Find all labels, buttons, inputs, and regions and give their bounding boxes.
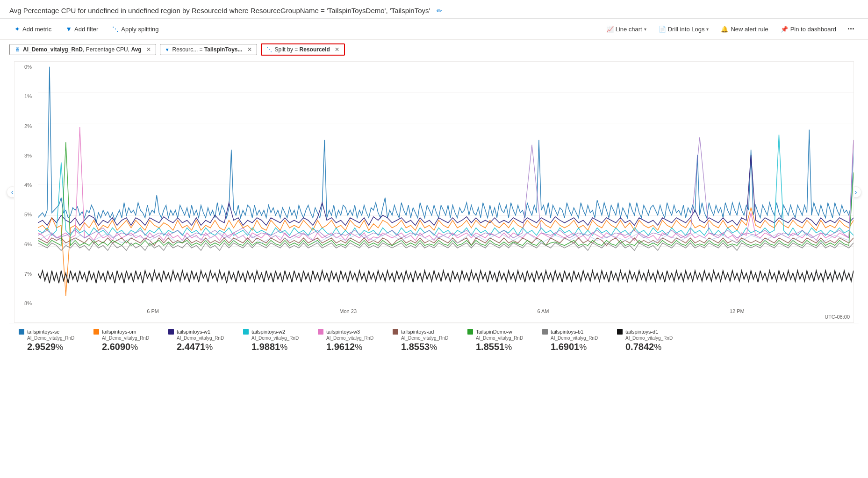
- legend-label-ad: tailspintoys-ad: [393, 329, 458, 335]
- utc-label: UTC-08:00: [825, 314, 850, 320]
- legend-value-sc: 2.9529%: [19, 342, 84, 352]
- legend-name-sc: tailspintoys-sc: [27, 329, 59, 335]
- legend-name-om: tailspintoys-om: [102, 329, 136, 335]
- y-label-7: 7%: [14, 271, 36, 277]
- apply-splitting-label: Apply splitting: [121, 26, 158, 33]
- split-tag-icon: ⋱: [266, 46, 272, 53]
- line-chart-icon: 📈: [606, 26, 614, 33]
- edit-icon[interactable]: ✏: [437, 7, 442, 14]
- legend-value-w3: 1.9612%: [318, 342, 383, 352]
- legend-label-om: tailspintoys-om: [93, 329, 159, 335]
- line-chart-label: Line chart: [616, 26, 642, 33]
- x-label-12pm: 12 PM: [730, 308, 745, 314]
- new-alert-label: New alert rule: [731, 26, 768, 33]
- legend-item-om: tailspintoys-om AI_Demo_vitalyg_RnD 2.60…: [93, 329, 159, 352]
- legend-value-w1: 2.4471%: [168, 342, 234, 352]
- x-label-mon23: Mon 23: [339, 308, 357, 314]
- legend-label-tw: TailspinDemo-w: [467, 329, 533, 335]
- legend-color-tw: [467, 329, 473, 335]
- metric-tag: 🖥 AI_Demo_vitalyg_RnD, Percentage CPU, A…: [9, 44, 156, 55]
- legend-item-ad: tailspintoys-ad AI_Demo_vitalyg_RnD 1.85…: [393, 329, 458, 352]
- legend-color-w2: [243, 329, 249, 335]
- chart-wrapper: ‹ › 8% 7% 6% 5% 4% 3% 2% 1% 0%: [14, 61, 854, 323]
- legend-color-om: [93, 329, 99, 335]
- add-filter-button[interactable]: ▼ Add filter: [60, 22, 103, 36]
- chart-inner: [38, 62, 854, 308]
- legend-color-sc: [19, 329, 24, 335]
- split-tag-text: Split by = ResourceId: [275, 46, 330, 53]
- legend-sub-w2: AI_Demo_vitalyg_RnD: [243, 335, 308, 341]
- x-label-6pm: 6 PM: [147, 308, 159, 314]
- pin-icon: 📌: [781, 26, 788, 33]
- y-label-6: 6%: [14, 242, 36, 247]
- legend-sub-b1: AI_Demo_vitalyg_RnD: [542, 335, 608, 341]
- legend-name-ad: tailspintoys-ad: [401, 329, 434, 335]
- legend-sub-ad: AI_Demo_vitalyg_RnD: [393, 335, 458, 341]
- legend-item-d1: tailspintoys-d1 AI_Demo_vitalyg_RnD 0.78…: [617, 329, 682, 352]
- legend-item-w2: tailspintoys-w2 AI_Demo_vitalyg_RnD 1.98…: [243, 329, 308, 352]
- x-label-6am: 6 AM: [537, 308, 549, 314]
- legend-label-b1: tailspintoys-b1: [542, 329, 608, 335]
- drill-logs-arrow: ▾: [706, 27, 709, 32]
- legend-label-w1: tailspintoys-w1: [168, 329, 234, 335]
- legend-name-w3: tailspintoys-w3: [326, 329, 360, 335]
- legend-color-b1: [542, 329, 548, 335]
- legend-name-d1: tailspintoys-d1: [625, 329, 658, 335]
- legend-value-b1: 1.6901%: [542, 342, 608, 352]
- metric-tag-close[interactable]: ✕: [146, 46, 151, 53]
- pin-dashboard-button[interactable]: 📌 Pin to dashboard: [775, 23, 841, 36]
- legend-name-w1: tailspintoys-w1: [177, 329, 210, 335]
- alert-icon: 🔔: [721, 26, 728, 33]
- legend-value-d1: 0.7842%: [617, 342, 682, 352]
- y-label-4: 4%: [14, 182, 36, 188]
- y-label-5: 5%: [14, 212, 36, 217]
- line-chart-button[interactable]: 📈 Line chart ▾: [601, 23, 652, 36]
- add-filter-label: Add filter: [74, 26, 98, 33]
- pin-dashboard-label: Pin to dashboard: [790, 26, 836, 33]
- drill-logs-icon: 📄: [659, 26, 666, 33]
- legend-value-tw: 1.8551%: [467, 342, 533, 352]
- y-label-2: 2%: [14, 123, 36, 129]
- legend-name-w2: tailspintoys-w2: [251, 329, 285, 335]
- legend-name-b1: tailspintoys-b1: [551, 329, 583, 335]
- legend-color-ad: [393, 329, 398, 335]
- page-title: Avg Percentage CPU for undefined in unde…: [9, 7, 430, 14]
- line-chart-arrow: ▾: [644, 27, 646, 32]
- x-axis: 6 PM Mon 23 6 AM 12 PM: [38, 308, 854, 322]
- legend-name-tw: TailspinDemo-w: [476, 329, 512, 335]
- splitting-icon: ⋱: [112, 25, 119, 33]
- legend-label-d1: tailspintoys-d1: [617, 329, 682, 335]
- filter-tag-close[interactable]: ✕: [247, 46, 252, 53]
- add-metric-button[interactable]: ✦ Add metric: [9, 22, 57, 36]
- legend-label-sc: tailspintoys-sc: [19, 329, 84, 335]
- legend-color-w1: [168, 329, 174, 335]
- legend-sub-om: AI_Demo_vitalyg_RnD: [93, 335, 159, 341]
- legend-value-om: 2.6090%: [93, 342, 159, 352]
- drill-logs-button[interactable]: 📄 Drill into Logs ▾: [653, 23, 714, 36]
- drill-logs-label: Drill into Logs: [668, 26, 705, 33]
- toolbar: ✦ Add metric ▼ Add filter ⋱ Apply splitt…: [0, 19, 868, 40]
- metric-tag-icon: 🖥: [14, 46, 20, 53]
- new-alert-button[interactable]: 🔔 New alert rule: [716, 23, 773, 36]
- legend-item-w1: tailspintoys-w1 AI_Demo_vitalyg_RnD 2.44…: [168, 329, 234, 352]
- toolbar-left: ✦ Add metric ▼ Add filter ⋱ Apply splitt…: [9, 22, 597, 36]
- split-tag-close[interactable]: ✕: [335, 46, 339, 53]
- add-filter-icon: ▼: [65, 25, 72, 33]
- legend-value-w2: 1.9881%: [243, 342, 308, 352]
- metric-tag-text: AI_Demo_vitalyg_RnD, Percentage CPU, Avg: [23, 46, 142, 53]
- apply-splitting-button[interactable]: ⋱ Apply splitting: [107, 22, 164, 36]
- chart-area: 8% 7% 6% 5% 4% 3% 2% 1% 0%: [14, 61, 854, 323]
- filter-tag-icon: ▼: [165, 47, 170, 52]
- filter-tag-text: Resourc... = TailspinToys...: [172, 46, 243, 53]
- page-header: Avg Percentage CPU for undefined in unde…: [0, 0, 868, 19]
- more-options-button[interactable]: ···: [843, 23, 859, 36]
- legend-sub-w1: AI_Demo_vitalyg_RnD: [168, 335, 234, 341]
- y-label-0: 0%: [14, 64, 36, 70]
- legend-sub-sc: AI_Demo_vitalyg_RnD: [19, 335, 84, 341]
- y-axis: 8% 7% 6% 5% 4% 3% 2% 1% 0%: [14, 62, 38, 308]
- y-label-3: 3%: [14, 153, 36, 158]
- legend: tailspintoys-sc AI_Demo_vitalyg_RnD 2.95…: [9, 323, 859, 358]
- legend-color-d1: [617, 329, 623, 335]
- legend-item-sc: tailspintoys-sc AI_Demo_vitalyg_RnD 2.95…: [19, 329, 84, 352]
- toolbar-right: 📈 Line chart ▾ 📄 Drill into Logs ▾ 🔔 New…: [601, 23, 859, 36]
